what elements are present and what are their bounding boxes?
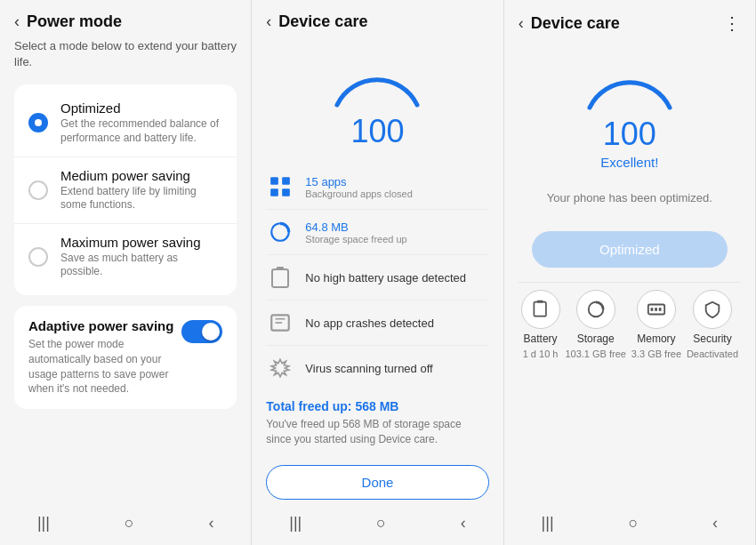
opt-item-crash: No app crashes detected	[266, 301, 488, 346]
option-text-maximum: Maximum power saving Save as much batter…	[60, 235, 222, 279]
stat-storage-label: Storage	[577, 333, 615, 345]
svg-rect-16	[659, 308, 662, 311]
adaptive-desc: Set the power mode automatically based o…	[28, 337, 181, 397]
power-mode-header: ‹ Power mode	[0, 0, 251, 38]
optimized-message: Your phone has been optimized.	[547, 191, 712, 204]
stat-battery[interactable]: Battery 1 d 10 h	[521, 290, 560, 359]
radio-medium	[28, 180, 48, 200]
back-button-3[interactable]: ‹	[519, 14, 524, 33]
nav-back-3[interactable]: ‹	[712, 514, 718, 533]
stat-storage-value: 103.1 GB free	[565, 349, 626, 359]
option-medium[interactable]: Medium power saving Extend battery life …	[14, 157, 237, 224]
svg-rect-0	[270, 177, 278, 185]
nav-home-2[interactable]: ○	[376, 514, 386, 533]
done-button[interactable]: Done	[266, 465, 488, 500]
option-label-optimized: Optimized	[60, 100, 222, 116]
svg-rect-15	[655, 308, 657, 311]
freed-desc: You've freed up 568 MB of storage space …	[266, 417, 488, 447]
panel-device-care-result: ‹ Device care ⋮ 100 Excellent! Your phon…	[504, 0, 756, 545]
stat-security-value: Deactivated	[687, 349, 738, 359]
page-title: Power mode	[27, 12, 237, 31]
stat-battery-icon	[521, 290, 560, 329]
nav-home[interactable]: ○	[125, 514, 134, 533]
subtitle-text: Select a mode below to extend your batte…	[14, 38, 237, 70]
freed-section: Total freed up: 568 MB You've freed up 5…	[266, 390, 488, 453]
back-button[interactable]: ‹	[14, 12, 20, 31]
svg-rect-1	[282, 177, 290, 185]
result-score-arc	[581, 50, 679, 112]
toggle-knob	[202, 323, 220, 341]
panel-power-mode: ‹ Power mode Select a mode below to exte…	[0, 0, 252, 545]
nav-recent[interactable]: |||	[37, 514, 50, 533]
opt-item-apps: 15 apps Background apps closed	[266, 164, 488, 210]
storage-icon	[266, 218, 294, 246]
opt-item-virus: Virus scanning turned off	[266, 346, 488, 390]
optimization-list: 15 apps Background apps closed 64.8 MB S…	[266, 164, 488, 390]
stat-battery-label: Battery	[524, 333, 558, 345]
svg-rect-2	[270, 188, 278, 196]
nav-back-2[interactable]: ‹	[461, 514, 466, 533]
radio-maximum	[28, 247, 48, 267]
svg-rect-5	[272, 269, 288, 287]
stat-memory-icon	[637, 290, 676, 329]
device-care-result-title: Device care	[531, 14, 723, 33]
more-options-icon[interactable]: ⋮	[723, 12, 741, 34]
result-score-label: Excellent!	[600, 155, 658, 170]
nav-bar-1: ||| ○ ‹	[0, 505, 251, 545]
option-desc-optimized: Get the recommended balance of performan…	[60, 117, 222, 145]
opt-storage-sub: Storage space freed up	[305, 234, 406, 244]
option-text-optimized: Optimized Get the recommended balance of…	[60, 100, 222, 145]
score-arc	[328, 47, 426, 109]
stat-battery-value: 1 d 10 h	[523, 349, 559, 359]
opt-text-storage: 64.8 MB Storage space freed up	[305, 220, 406, 244]
panel3-content: 100 Excellent! Your phone has been optim…	[504, 41, 755, 505]
virus-icon	[266, 354, 294, 382]
opt-crash-text: No app crashes detected	[305, 317, 434, 330]
nav-home-3[interactable]: ○	[628, 514, 638, 533]
stat-security[interactable]: Security Deactivated	[687, 290, 738, 359]
device-care-content: 100 15 apps Background apps closed	[252, 38, 503, 505]
stats-row: Battery 1 d 10 h Storage 103.1 GB free	[519, 282, 741, 366]
power-mode-content: Select a mode below to extend your batte…	[0, 38, 251, 505]
stat-memory[interactable]: Memory 3.3 GB free	[631, 290, 681, 359]
opt-virus-text: Virus scanning turned off	[305, 362, 432, 375]
nav-bar-2: ||| ○ ‹	[252, 505, 503, 545]
back-button-2[interactable]: ‹	[266, 12, 271, 31]
device-care-result-header: ‹ Device care ⋮	[504, 0, 755, 41]
crash-icon	[266, 309, 294, 337]
nav-back[interactable]: ‹	[208, 514, 213, 533]
adaptive-toggle[interactable]	[181, 320, 222, 343]
nav-recent-3[interactable]: |||	[542, 514, 554, 533]
option-optimized[interactable]: Optimized Get the recommended balance of…	[14, 90, 237, 156]
nav-recent-2[interactable]: |||	[289, 514, 302, 533]
option-label-medium: Medium power saving	[60, 168, 222, 183]
adaptive-text: Adaptive power saving Set the power mode…	[28, 318, 181, 397]
option-desc-medium: Extend battery life by limiting some fun…	[60, 185, 222, 212]
option-desc-maximum: Save as much battery as possible.	[60, 252, 222, 279]
freed-title: Total freed up: 568 MB	[266, 399, 488, 413]
result-score-number: 100	[603, 116, 656, 153]
svg-rect-10	[534, 302, 546, 317]
stat-security-label: Security	[693, 333, 731, 345]
options-card: Optimized Get the recommended balance of…	[14, 84, 237, 295]
panel-device-care-opt: ‹ Device care 100	[252, 0, 503, 545]
radio-inner	[35, 119, 42, 126]
device-care-header: ‹ Device care	[252, 0, 503, 38]
opt-storage-title: 64.8 MB	[305, 220, 406, 234]
option-maximum[interactable]: Maximum power saving Save as much batter…	[14, 224, 237, 290]
result-score-container: 100 Excellent!	[581, 50, 679, 170]
stat-storage[interactable]: Storage 103.1 GB free	[565, 290, 626, 359]
opt-battery-text: No high battery usage detected	[305, 271, 466, 285]
svg-rect-14	[651, 308, 654, 311]
stat-memory-value: 3.3 GB free	[631, 349, 681, 359]
score-number: 100	[350, 113, 404, 150]
radio-optimized	[28, 113, 48, 132]
opt-apps-title: 15 apps	[305, 175, 412, 188]
nav-bar-3: ||| ○ ‹	[504, 505, 755, 545]
stat-security-icon	[693, 290, 732, 329]
optimized-button[interactable]: Optimized	[532, 231, 728, 268]
opt-item-storage: 64.8 MB Storage space freed up	[266, 210, 488, 255]
option-text-medium: Medium power saving Extend battery life …	[60, 168, 222, 212]
adaptive-title: Adaptive power saving	[28, 318, 181, 333]
adaptive-card: Adaptive power saving Set the power mode…	[14, 306, 237, 409]
